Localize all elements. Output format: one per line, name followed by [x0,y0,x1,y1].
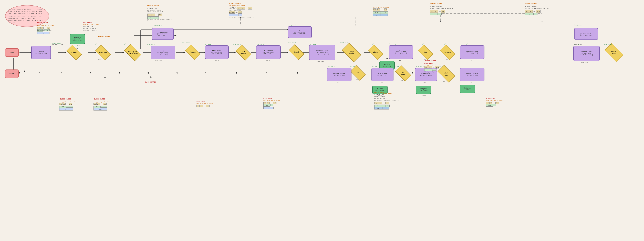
fused-qkv-sublabel: 3*dim [98,59,102,61]
weights-qkv-label: Weights [73,37,82,39]
add2-container: Add [350,68,366,78]
b-x-seql-10: b x seq_l [417,43,424,45]
dim-label-qkv: dim [77,45,80,47]
b-x-seql-5: b x seq_l [234,44,241,45]
head-count-4: head_count [288,42,296,44]
arrows-layer [0,0,644,241]
self-output-label: self_output [395,51,407,52]
b-x-seql-bot-6: b x seq_l [328,66,335,67]
concat-heads-label: ConcatHeads [340,46,362,59]
dim-self-output: dim [399,60,401,61]
dim-encoder: dim [337,82,340,84]
diagram-canvas: One layer, batch d QKV fused = 2 * (seq_… [0,0,644,241]
weights-laynorm-node: Weights [dim] [460,85,475,93]
add1-label: Add [417,47,434,57]
weight-shared-top-middle: WEIGHT SHARED 1 button / row per core_m … [147,5,172,21]
attn-input-sublabel: [b, seq_l, dim] [52,44,64,45]
context-layer-far-right: Context Layer [b, head_count,seq_l, head… [573,46,600,61]
matmul2-container: Matmul [288,47,305,57]
dim-laynorm2: dim [446,59,448,60]
linear2-label: Linear [367,47,384,57]
bottom-grid-2: core_grid: per 8, width 0,0 0,1 ... 0,11… [94,101,110,111]
laynorm2-label: Laynorm [439,47,456,57]
bottom-grid-5: BLOCK SHARED core_grid: per 8, width 0,0… [486,98,502,107]
dim-ff1: dim [443,81,445,82]
attn-input-label: Attn Input [52,42,61,44]
dim-ff2: dim [400,80,403,81]
context-layer-node: Context Layer [b, head_count,seq_l, head… [309,45,336,60]
context-layer-label: Context Layer [316,50,329,52]
score-grid-top: core_grid: per 8, width 10,0 10,1 ... 0,… [373,7,389,16]
attn-probs-label: Attn Probs [263,50,274,52]
block-shared-bottom-2: BLOCK SHARED [94,98,105,100]
weights-qkv-node: Weights [dim, 3] [dim, 3dim] [70,34,85,44]
concat-heads-container: ConcatHeads [340,46,362,59]
output-node: Output [5,70,19,78]
dim-attn-bottom: dim [470,82,472,84]
weight-shared-top-right-3: WEIGHT SHARED [525,3,537,5]
linear1-label: Linear [66,48,83,58]
dim-add1: dim [424,59,426,60]
mlp-output-node: MLP_output [b, seq_l, dim] [372,68,394,81]
concat-far-right-label: ConcatHeads [603,46,625,59]
weight-shared-top-right: WEIGHT SHARED [229,3,240,5]
self-output-node: self_output [b, seq_l, dim] [389,45,413,59]
head-size-context: head_size [317,61,324,62]
dim-ff1-weights: 4*dim [422,95,426,96]
formula-text: One layer, batch d QKV fused = 2 * (seq_… [8,8,46,24]
block-shared-1: BLOCK SHARED [37,22,48,24]
q-node: q [b, head_count,seq_l, seq_l] [151,46,175,59]
head-count-far-right: head_count [574,24,582,26]
mlp-output-label: MLP_output [377,73,388,75]
head-count-context-far-right: head_count [574,44,582,45]
head-count-2: head_count [154,25,162,26]
attn-probs-node: Attn Probs [b, head_count,seq_l, seq_l] [256,45,281,59]
add1-container: Add [417,47,434,57]
block-shared-right-1: BLOCK SHARED [425,60,436,62]
laynorm1-node: Laynorm [b, seq_l, dim] [31,46,51,59]
attn-softmax-container: AttnSoftmax [234,47,252,58]
b-x-seql-6: b x seq_l [256,44,264,45]
b-x-seql-bot-2: b x seq_l [416,66,424,67]
bottom-grid-4: BLOCK SHARED core_grid: per 8, width 0,0… [264,98,280,109]
b-x-seql-1: b x seq_l [90,43,97,45]
head-size-1: head_size [155,60,162,62]
block-shared-right-grid: BLOCK SHARED core_grid: per 8, width 10,… [424,63,441,73]
weight-grid-far-right-1: 1 input / column block_r = head_count + … [430,6,453,15]
block-note-2: BLOCK SHARED core_grid: per 4, width 1 b… [83,22,114,31]
intermediate-label: Intermediate [420,73,432,75]
weights-laynorm-label: Weights [464,87,471,89]
q-label: q [157,50,169,52]
head-size-far-right: head_size [581,62,588,63]
k-transposed-node: K-Transposed [b, head_count,seq_l, seq_l… [152,28,174,40]
b-x-seql-11: b x seq_l [439,43,446,45]
attn-score-node: Attn Score [b, head_count,seq_l, seq_l] [205,45,229,59]
v-node: V [b, head_count,seq_l, head_size] [288,26,312,38]
dim-intermediate: dim [424,82,426,84]
weights-context-label: Weights [383,64,391,65]
b-x-seql-3: b x seq_l [147,44,155,45]
b-x-seql-8: b x seq_l [367,43,374,45]
weight-shared-top-right-2: WEIGHT SHARED [430,3,442,5]
seql-1: seq_l [215,60,219,61]
matmul1-label: Matmul [184,47,201,57]
encoder-output-label: Encoder_output [333,73,346,75]
attn-output-right-label: Attention o/p [466,51,478,52]
attn-output-right-node: Attention o/p [b, seq_l, dim] [460,45,484,59]
matmul2-label: Matmul [288,47,305,57]
weights-ff1-bottom-label: Weights [419,88,428,90]
concat-far-right-container: ConcatHeads [603,46,625,59]
context-layer-far-right-label: Context Layer [580,51,593,53]
fused-qkv-label: Fused QKV [94,48,112,58]
dim-add2: dim [356,79,358,80]
weights-ff1-bottom-node: Weights [dim, 4*dim] [416,86,431,94]
linear1-container: Linear [66,48,83,58]
v-far-right-node: V [b, head_count,seq_l, head_size] [574,28,598,40]
input-label: Input [10,52,14,54]
weight-shared-1: WEIGHT SHARED [98,36,110,37]
add2-label: Add [350,68,366,78]
block-note-1: 1 button / row per seq_k = head_d seq_bl… [37,26,71,32]
b-x-seql-bot-4: b x seq_l [372,66,379,67]
dim-attn-right: dim [470,60,472,61]
matmul1-container: Matmul [184,47,201,57]
